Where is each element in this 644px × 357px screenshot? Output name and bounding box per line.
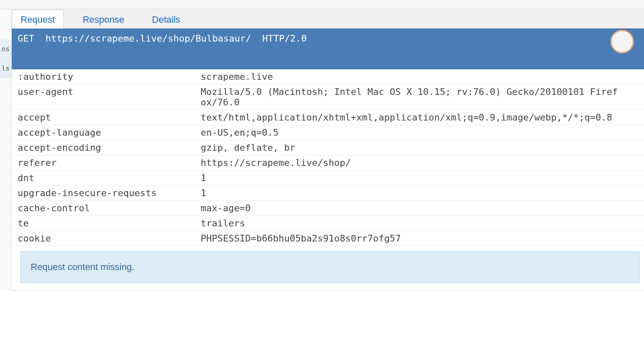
request-line: GET https://scrapeme.live/shop/Bulbasaur…	[12, 29, 644, 69]
header-value: Mozilla/5.0 (Macintosh; Intel Mac OS X 1…	[201, 87, 644, 108]
header-name: referer	[12, 158, 201, 168]
table-row[interactable]: referer https://scrapeme.live/shop/	[12, 155, 644, 171]
left-sidebar-gutter: ns ls	[0, 9, 12, 291]
header-value: PHPSESSID=b66bhu05ba2s91o8s0rr7ofg57	[201, 233, 644, 244]
table-row[interactable]: :authority scrapeme.live	[12, 69, 644, 84]
edit-button[interactable]	[610, 30, 634, 53]
table-row[interactable]: cache-control max-age=0	[12, 201, 644, 216]
header-value: gzip, deflate, br	[201, 142, 644, 153]
table-row[interactable]: accept-encoding gzip, deflate, br	[12, 140, 644, 155]
header-name: accept-language	[12, 127, 201, 138]
header-name: accept-encoding	[12, 142, 201, 153]
request-protocol: HTTP/2.0	[262, 33, 307, 44]
header-name: accept	[12, 112, 201, 123]
table-row[interactable]: upgrade-insecure-requests 1	[12, 186, 644, 201]
tab-bar: Request Response Details	[12, 9, 644, 29]
gutter-item: ns	[0, 39, 11, 59]
pencil-icon	[584, 25, 644, 59]
tab-response[interactable]: Response	[74, 10, 133, 29]
header-name: cookie	[12, 233, 201, 244]
tab-details[interactable]: Details	[143, 10, 189, 29]
table-row[interactable]: accept text/html,application/xhtml+xml,a…	[12, 110, 644, 125]
header-value: text/html,application/xhtml+xml,applicat…	[201, 112, 644, 123]
header-name: upgrade-insecure-requests	[12, 188, 201, 198]
header-value: 1	[201, 173, 644, 183]
tab-request[interactable]: Request	[12, 10, 64, 29]
header-name: cache-control	[12, 203, 201, 213]
gutter-item: ls	[0, 59, 11, 78]
table-row[interactable]: cookie PHPSESSID=b66bhu05ba2s91o8s0rr7of…	[12, 231, 644, 246]
content-missing-notice: Request content missing.	[20, 251, 640, 283]
headers-table: :authority scrapeme.live user-agent Mozi…	[12, 69, 644, 246]
table-row[interactable]: accept-language en-US,en;q=0.5	[12, 125, 644, 140]
header-name: dnt	[12, 173, 201, 183]
table-row[interactable]: user-agent Mozilla/5.0 (Macintosh; Intel…	[12, 84, 644, 110]
header-name: te	[12, 218, 201, 228]
header-value: max-age=0	[201, 203, 644, 213]
header-value: trailers	[201, 218, 644, 228]
window-chrome-spacer	[0, 0, 644, 9]
table-row[interactable]: dnt 1	[12, 171, 644, 186]
header-name: :authority	[12, 71, 201, 82]
request-method: GET	[18, 33, 34, 44]
panel-bottom-border	[12, 287, 644, 291]
table-row[interactable]: te trailers	[12, 216, 644, 231]
header-value: en-US,en;q=0.5	[201, 127, 644, 138]
header-value: scrapeme.live	[201, 71, 644, 82]
header-value: 1	[201, 188, 644, 198]
header-value: https://scrapeme.live/shop/	[201, 158, 644, 168]
header-name: user-agent	[12, 87, 201, 108]
request-url: https://scrapeme.live/shop/Bulbasaur/	[45, 33, 251, 44]
